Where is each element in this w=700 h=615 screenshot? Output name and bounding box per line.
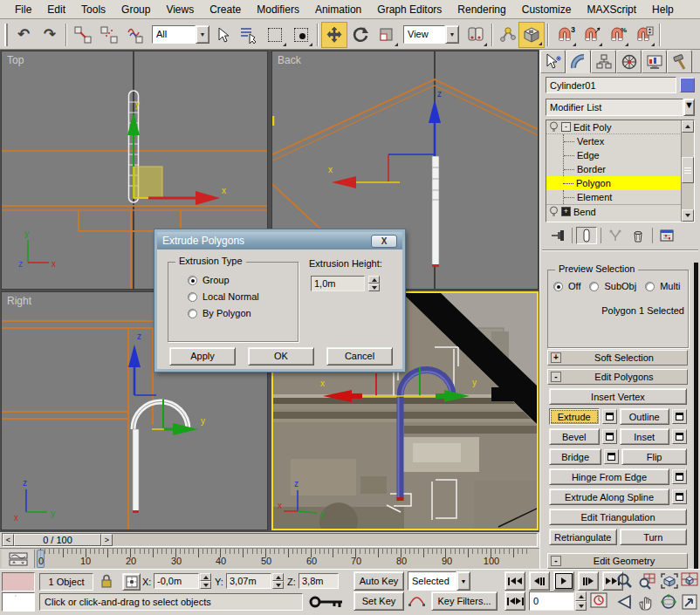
- make-unique-button[interactable]: [605, 227, 626, 244]
- show-end-result-button[interactable]: [576, 227, 597, 244]
- zoom-extents-button[interactable]: [660, 572, 679, 591]
- extrusion-type-by-polygon-radio[interactable]: By Polygon: [188, 308, 298, 318]
- dialog-close-button[interactable]: X: [371, 235, 397, 248]
- rollout-soft-selection[interactable]: + Soft Selection: [547, 350, 688, 366]
- toolbar-grip[interactable]: [4, 24, 8, 46]
- menu-rendering[interactable]: Rendering: [450, 1, 513, 18]
- menu-tools[interactable]: Tools: [73, 1, 113, 18]
- key-filters-button[interactable]: Key Filters...: [431, 591, 498, 611]
- menu-customize[interactable]: Customize: [514, 1, 580, 18]
- modifier-list-dropdown-icon[interactable]: ▼: [683, 99, 695, 116]
- rollout-collapse-icon[interactable]: -: [551, 372, 561, 382]
- selection-filter-combo[interactable]: All ▼: [152, 25, 209, 44]
- tab-create[interactable]: [540, 50, 566, 73]
- menu-animation[interactable]: Animation: [307, 1, 369, 18]
- percent-snap-button[interactable]: %: [604, 22, 630, 48]
- set-keys-button[interactable]: [307, 592, 347, 613]
- extrude-settings-button[interactable]: [602, 409, 617, 424]
- rollout-expand-icon[interactable]: +: [551, 352, 561, 363]
- flip-button[interactable]: Flip: [621, 448, 687, 465]
- key-selection-dropdown-icon[interactable]: ▼: [456, 571, 470, 591]
- auto-key-button[interactable]: Auto Key: [353, 571, 404, 591]
- key-selection-combo[interactable]: Selected ▼: [408, 571, 470, 591]
- use-pivot-point-center-button[interactable]: [463, 22, 489, 48]
- outline-button[interactable]: Outline: [620, 408, 670, 425]
- y-spinner[interactable]: [272, 573, 284, 589]
- tab-modify[interactable]: [566, 50, 591, 73]
- previous-frame-arrow[interactable]: <: [3, 534, 14, 546]
- bevel-settings-button[interactable]: [602, 429, 617, 444]
- pin-stack-button[interactable]: [547, 227, 568, 244]
- maxscript-mini-listener-white[interactable]: ': [2, 592, 35, 612]
- ok-button[interactable]: OK: [248, 347, 314, 366]
- hinge-from-edge-button[interactable]: Hinge From Edge: [549, 468, 669, 485]
- insert-vertex-button[interactable]: Insert Vertex: [549, 388, 687, 405]
- zoom-button[interactable]: [616, 572, 634, 591]
- panel-scroll-indicator[interactable]: [694, 263, 698, 615]
- menu-graph-editors[interactable]: Graph Editors: [369, 1, 450, 18]
- select-by-name-button[interactable]: [236, 22, 262, 48]
- dialog-title-bar[interactable]: Extrude Polygons X: [157, 232, 402, 249]
- zoom-all-button[interactable]: [637, 572, 656, 591]
- field-of-view-button[interactable]: [616, 593, 634, 612]
- scroll-down-icon[interactable]: [682, 209, 694, 222]
- menu-create[interactable]: Create: [202, 1, 249, 18]
- track-bar[interactable]: 0 10 20 30 40 50 60 70 80 90 100: [0, 548, 539, 569]
- spinner-snap-button[interactable]: [630, 22, 656, 48]
- zoom-extents-all-button[interactable]: [681, 572, 698, 591]
- extrusion-type-local-normal-radio[interactable]: Local Normal: [188, 291, 298, 302]
- reference-coordinate-dropdown-icon[interactable]: ▼: [445, 25, 459, 44]
- frame-spinner[interactable]: [575, 591, 587, 611]
- preview-off-radio[interactable]: Off: [553, 281, 580, 291]
- x-spinner[interactable]: [200, 573, 211, 589]
- scroll-thumb[interactable]: [682, 157, 694, 183]
- key-mode-toggle-button[interactable]: [504, 591, 525, 611]
- rollout-collapse-icon[interactable]: -: [551, 556, 561, 566]
- menu-help[interactable]: Help: [644, 1, 682, 18]
- stack-item-bend[interactable]: + Bend: [546, 204, 694, 218]
- select-and-scale-button[interactable]: [374, 22, 400, 48]
- spline-settings-button[interactable]: [672, 489, 687, 504]
- configure-modifier-sets-button[interactable]: [656, 227, 677, 244]
- menu-modifiers[interactable]: Modifiers: [249, 1, 307, 18]
- select-object-button[interactable]: [213, 22, 236, 48]
- preview-multi-radio[interactable]: Multi: [645, 281, 680, 291]
- y-coordinate-field[interactable]: 3,07m: [226, 573, 271, 589]
- cancel-button[interactable]: Cancel: [326, 347, 393, 366]
- bevel-button[interactable]: Bevel: [549, 428, 600, 445]
- inset-button[interactable]: Inset: [620, 428, 670, 445]
- extrusion-type-group-radio[interactable]: Group: [188, 275, 298, 285]
- z-coordinate-field[interactable]: 3,8m: [299, 573, 339, 589]
- extrusion-height-spinner[interactable]: [368, 276, 380, 291]
- snaps-toggle-button[interactable]: [518, 22, 545, 48]
- rectangular-selection-region-button[interactable]: [262, 22, 288, 48]
- expand-box-icon[interactable]: +: [561, 207, 571, 216]
- min-max-toggle-button[interactable]: [681, 593, 698, 612]
- modifier-list-combo[interactable]: Modifier List ▼: [546, 99, 695, 116]
- hinge-settings-button[interactable]: [672, 469, 687, 484]
- outline-settings-button[interactable]: [672, 409, 687, 424]
- object-name-field[interactable]: Cylinder01: [546, 77, 676, 93]
- next-frame-arrow[interactable]: >: [101, 534, 113, 546]
- stack-item-edge[interactable]: Edge: [564, 148, 694, 162]
- play-button[interactable]: [553, 571, 574, 591]
- viewport-top-label[interactable]: Top: [7, 54, 24, 66]
- object-color-swatch[interactable]: [680, 78, 695, 92]
- time-configuration-button[interactable]: [590, 592, 609, 610]
- menu-group[interactable]: Group: [113, 1, 158, 18]
- select-and-rotate-button[interactable]: [347, 22, 374, 48]
- current-frame-field[interactable]: 0: [529, 591, 574, 611]
- reference-coordinate-value[interactable]: View: [403, 25, 445, 44]
- menu-views[interactable]: Views: [158, 1, 202, 18]
- select-and-manipulate-button[interactable]: [496, 22, 518, 48]
- time-slider-button[interactable]: 0 / 100: [14, 534, 101, 546]
- extrude-button[interactable]: Extrude: [549, 408, 600, 425]
- selection-filter-dropdown-icon[interactable]: ▼: [196, 25, 209, 44]
- angle-snap-button[interactable]: [578, 22, 604, 48]
- bind-to-space-warp-button[interactable]: [122, 22, 148, 48]
- unlink-selection-button[interactable]: [96, 22, 122, 48]
- undo-button[interactable]: ↶: [10, 22, 37, 48]
- maxscript-mini-listener-pink[interactable]: [2, 572, 35, 591]
- stack-item-border[interactable]: Border: [564, 162, 694, 176]
- select-and-link-button[interactable]: [70, 22, 96, 48]
